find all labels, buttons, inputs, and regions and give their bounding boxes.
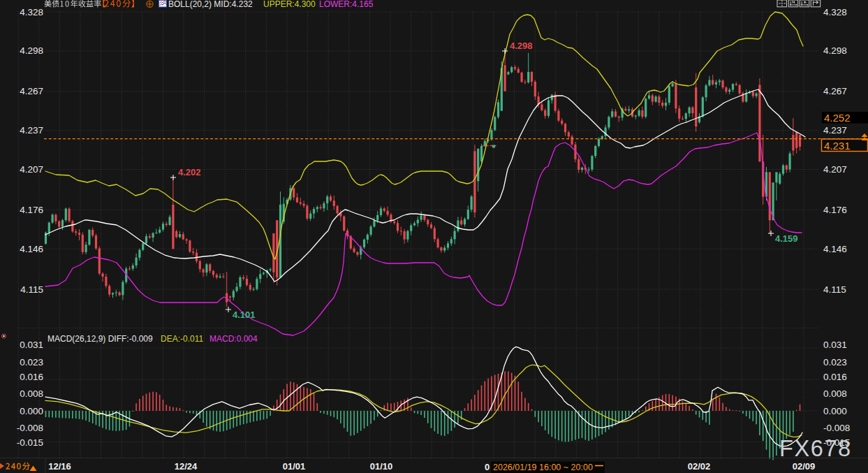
svg-text:4.101: 4.101: [233, 310, 256, 320]
svg-text:4.115: 4.115: [20, 284, 43, 295]
svg-text:4.252: 4.252: [824, 112, 851, 124]
svg-text:0.008: 0.008: [20, 388, 43, 399]
svg-text:0.023: 0.023: [823, 357, 847, 368]
svg-text:4.146: 4.146: [823, 244, 847, 254]
svg-text:0.016: 0.016: [823, 372, 847, 382]
svg-text:0.008: 0.008: [823, 388, 847, 399]
svg-text:DEA:-0.011: DEA:-0.011: [161, 334, 203, 344]
svg-text:4.207: 4.207: [20, 164, 43, 175]
svg-text:4.202: 4.202: [178, 167, 201, 177]
svg-text:02/02: 02/02: [688, 461, 711, 472]
svg-text:12/16: 12/16: [48, 461, 71, 472]
svg-text:4.237: 4.237: [823, 125, 847, 136]
svg-text:4.115: 4.115: [823, 284, 846, 295]
svg-text:0.000: 0.000: [20, 406, 43, 416]
svg-text:4.237: 4.237: [20, 125, 43, 136]
svg-text:4.207: 4.207: [823, 164, 847, 175]
svg-text:4.231: 4.231: [824, 140, 851, 152]
svg-text:4.328: 4.328: [823, 7, 847, 17]
svg-text:MACD(26,12,9) DIFF:-0.009: MACD(26,12,9) DIFF:-0.009: [47, 334, 153, 344]
svg-text:LOWER:4.165: LOWER:4.165: [319, 0, 374, 9]
svg-text:0.031: 0.031: [823, 340, 847, 350]
svg-text:4.159: 4.159: [775, 233, 798, 244]
svg-text:-0.015: -0.015: [17, 437, 43, 448]
svg-text:02/09: 02/09: [793, 461, 816, 472]
svg-text:4.298: 4.298: [20, 45, 43, 56]
svg-text:01/10: 01/10: [370, 461, 393, 472]
svg-text:4.267: 4.267: [823, 86, 847, 96]
svg-text:-0.008: -0.008: [823, 423, 850, 433]
svg-text:MACD:0.004: MACD:0.004: [209, 334, 258, 344]
svg-text:4.146: 4.146: [20, 244, 43, 254]
svg-text:UPPER:4.300: UPPER:4.300: [263, 0, 316, 9]
svg-text:0.016: 0.016: [20, 372, 43, 382]
svg-text:4.328: 4.328: [20, 7, 43, 17]
svg-text:0.023: 0.023: [20, 357, 43, 368]
svg-text:0: 0: [485, 462, 490, 472]
svg-text:4.176: 4.176: [823, 205, 847, 215]
svg-text:0.031: 0.031: [20, 340, 43, 350]
svg-text:12/24: 12/24: [175, 461, 198, 472]
svg-text:4.176: 4.176: [20, 205, 43, 215]
svg-text:01/01: 01/01: [283, 461, 306, 472]
svg-text:FX678: FX678: [779, 436, 852, 461]
svg-text:4.267: 4.267: [20, 86, 43, 96]
svg-text:-0.008: -0.008: [17, 423, 43, 433]
svg-text:BOLL(20,2) MID:4.232: BOLL(20,2) MID:4.232: [168, 0, 253, 9]
svg-text:4.298: 4.298: [510, 41, 533, 51]
svg-text:2026/01/19 16:00 ~ 20:00: 2026/01/19 16:00 ~ 20:00: [493, 463, 593, 472]
svg-text:4.298: 4.298: [823, 45, 847, 56]
svg-text:0.000: 0.000: [823, 406, 847, 416]
